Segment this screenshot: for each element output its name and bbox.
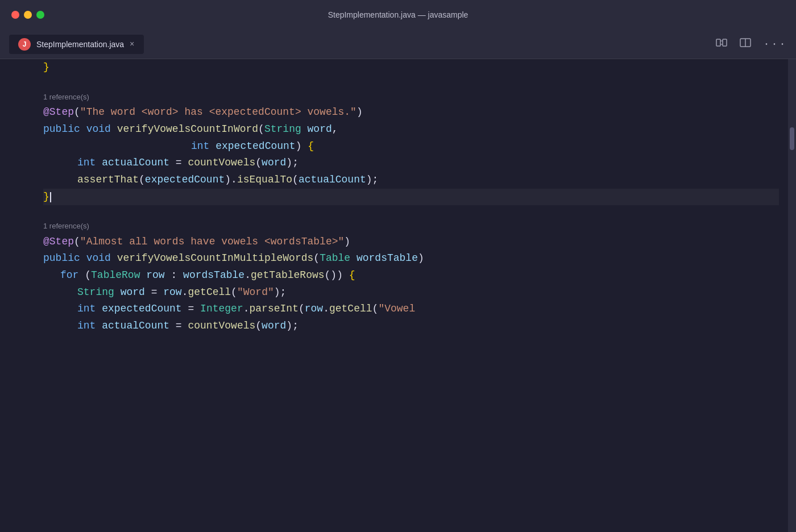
tab-bar: J StepImplementation.java × ··· [0, 30, 796, 59]
file-tab[interactable]: J StepImplementation.java × [9, 35, 144, 54]
window-title: StepImplementation.java — javasample [328, 10, 469, 19]
code-line-int-actual: int actualCount = countVowels(word); [43, 155, 779, 172]
reference-line-2: 1 reference(s) [43, 217, 779, 233]
spacer [43, 205, 779, 217]
diff-icon[interactable] [715, 36, 728, 52]
tab-close-button[interactable]: × [130, 40, 134, 49]
code-content: } 1 reference(s) @Step("The word <word> … [34, 59, 788, 532]
reference-line-1: 1 reference(s) [43, 88, 779, 104]
tab-actions: ··· [715, 36, 787, 52]
code-line: } [43, 59, 779, 76]
code-line-int-expected: int expectedCount = Integer.parseInt(row… [43, 301, 779, 318]
more-options-icon[interactable]: ··· [763, 38, 787, 51]
code-line-method-1-sig: public void verifyVowelsCountInWord(Stri… [43, 121, 779, 138]
split-editor-icon[interactable] [739, 36, 752, 52]
traffic-lights [11, 11, 44, 19]
maximize-traffic-light[interactable] [36, 11, 44, 19]
code-area: } 1 reference(s) @Step("The word <word> … [0, 59, 796, 532]
code-line-assert: assertThat(expectedCount).isEqualTo(actu… [43, 172, 779, 189]
close-traffic-light[interactable] [11, 11, 19, 19]
text-cursor [50, 192, 51, 202]
scrollbar-thumb[interactable] [790, 127, 794, 150]
code-line-close-brace-1: } [43, 189, 779, 206]
java-file-icon: J [18, 38, 31, 51]
scrollbar-track [788, 59, 796, 532]
svg-rect-1 [723, 39, 727, 46]
title-bar: StepImplementation.java — javasample [0, 0, 796, 30]
minimize-traffic-light[interactable] [24, 11, 32, 19]
code-line-for: for (TableRow row : wordsTable.getTableR… [43, 267, 779, 284]
code-line-method-1-param: int expectedCount) { [43, 138, 779, 155]
code-line-annotation-2: @Step("Almost all words have vowels <wor… [43, 234, 779, 251]
tab-filename: StepImplementation.java [36, 40, 124, 49]
code-line-annotation-1: @Step("The word <word> has <expectedCoun… [43, 104, 779, 121]
code-line-int-actual-2: int actualCount = countVowels(word); [43, 318, 779, 335]
spacer [43, 76, 779, 88]
line-numbers [0, 59, 34, 532]
code-line-string-word: String word = row.getCell("Word"); [43, 284, 779, 301]
code-line-method-2-sig: public void verifyVowelsCountInMultipleW… [43, 250, 779, 267]
svg-rect-0 [716, 39, 720, 46]
